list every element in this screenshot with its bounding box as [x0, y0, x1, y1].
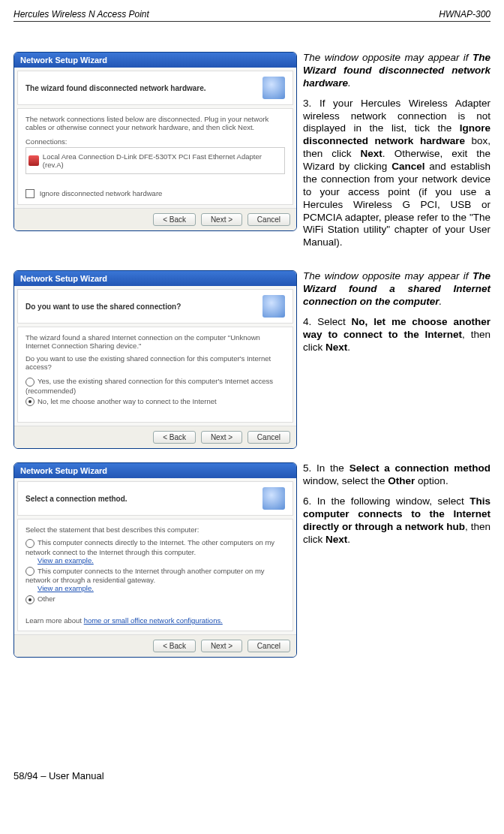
ignore-checkbox[interactable] — [26, 189, 34, 198]
wizard-titlebar: Network Setup Wizard — [14, 271, 296, 286]
wizard3-subtitle: Select a connection method. — [26, 495, 128, 503]
page-header: Hercules Wireless N Access Point HWNAP-3… — [14, 9, 490, 22]
wizard3-option2[interactable]: This computer connects to the Internet t… — [26, 567, 285, 584]
lan-icon — [28, 155, 39, 166]
para-1: The window opposite may appear if The Wi… — [303, 52, 490, 90]
next-button[interactable]: Next > — [201, 640, 242, 652]
wizard2-option2[interactable]: No, let me choose another way to connect… — [26, 397, 285, 406]
wizard-titlebar: Network Setup Wizard — [14, 53, 296, 68]
wizard2-desc1: The wizard found a shared Internet conne… — [26, 333, 285, 350]
network-icon — [262, 487, 285, 510]
view-example-link-2[interactable]: View an example. — [38, 584, 285, 592]
header-right: HWNAP-300 — [439, 9, 490, 20]
wizard-window-3: Network Setup Wizard Select a connection… — [14, 462, 297, 657]
next-button[interactable]: Next > — [201, 431, 242, 444]
para-4: 4. Select No, let me choose another way … — [303, 316, 490, 354]
view-example-link-1[interactable]: View an example. — [38, 556, 285, 565]
wizard2-desc2: Do you want to use the existing shared c… — [26, 354, 285, 371]
back-button[interactable]: < Back — [153, 213, 196, 226]
learn-more-link[interactable]: home or small office network configurati… — [84, 616, 223, 625]
para-6: 6. In the following window, select This … — [303, 495, 490, 546]
page-footer: 58/94 – User Manual — [14, 770, 490, 781]
wizard2-subtitle: Do you want to use the shared connection… — [26, 303, 181, 311]
learn-more-label: Learn more about — [26, 616, 84, 625]
header-left: Hercules Wireless N Access Point — [14, 9, 149, 20]
cancel-button[interactable]: Cancel — [248, 213, 290, 226]
wizard3-option1[interactable]: This computer connects directly to the I… — [26, 538, 285, 555]
cancel-button[interactable]: Cancel — [248, 640, 290, 652]
cancel-button[interactable]: Cancel — [248, 431, 290, 444]
wizard1-desc: The network connections listed below are… — [26, 115, 285, 131]
next-button[interactable]: Next > — [201, 213, 242, 226]
wizard-titlebar: Network Setup Wizard — [14, 463, 296, 478]
para-3: The window opposite may appear if The Wi… — [303, 270, 490, 309]
connections-label: Connections: — [26, 137, 285, 146]
network-icon — [262, 295, 285, 318]
para-2: 3. If your Hercules Wireless Adapter wir… — [303, 98, 490, 250]
wizard-window-1: Network Setup Wizard The wizard found di… — [14, 52, 297, 231]
wizard3-option3[interactable]: Other — [26, 595, 285, 604]
wizard-window-2: Network Setup Wizard Do you want to use … — [14, 270, 297, 449]
connection-item[interactable]: Local Area Connection D-Link DFE-530TX P… — [28, 152, 282, 169]
wizard1-subtitle: The wizard found disconnected network ha… — [26, 84, 206, 92]
ignore-label: Ignore disconnected network hardware — [40, 189, 163, 197]
network-icon — [262, 77, 285, 99]
back-button[interactable]: < Back — [153, 640, 196, 652]
para-5: 5. In the Select a connection method win… — [303, 462, 490, 488]
back-button[interactable]: < Back — [153, 431, 196, 444]
wizard2-option1[interactable]: Yes, use the existing shared connection … — [26, 377, 285, 394]
wizard3-desc: Select the statement that best describes… — [26, 525, 285, 534]
